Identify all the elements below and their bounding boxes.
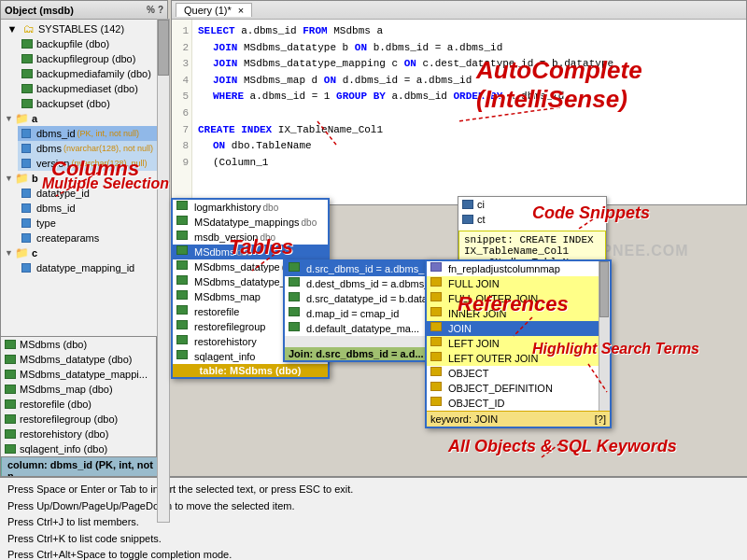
group-c[interactable]: ▼ 📁 c xyxy=(3,245,165,260)
snippet-ct-icon xyxy=(462,215,473,224)
backupmediaset-label: backupmediaset (dbo) xyxy=(36,83,138,94)
backupfilegroup-label: backupfilegroup (dbo) xyxy=(36,53,135,64)
ac-logmarkhistory[interactable]: logmarkhistory dbo xyxy=(173,200,328,215)
group-a-icon: 📁 xyxy=(15,112,30,125)
msdbms-datatype-item[interactable]: MSdbms_datatype (dbo) xyxy=(1,352,156,367)
dbms-col[interactable]: dbms (nvarchar(128), not null) xyxy=(18,141,165,156)
panel-controls: % ? xyxy=(147,5,163,15)
label-highlight-search: Highlight Search Terms xyxy=(532,341,699,357)
query-editor[interactable]: SELECT a.dbms_id FROM MSdbms a JOIN MSdb… xyxy=(192,20,746,204)
b-dbms-id-col[interactable]: dbms_id xyxy=(18,201,165,216)
ref-scroll-thumb[interactable] xyxy=(599,261,609,317)
ac-msdatatype[interactable]: MSdatatype_mappings dbo xyxy=(173,215,328,230)
datatype-mapping-label: datatype_mapping_id xyxy=(36,262,134,273)
status-line-4: Press Ctrl+K to list code snippets. xyxy=(7,531,740,548)
msdbms-datatype-mappi-item[interactable]: MSdbms_datatype_mappi... xyxy=(1,367,156,382)
msdbms-item[interactable]: MSdbms (dbo) xyxy=(1,337,156,352)
label-codesnippets: Code Snippets xyxy=(532,203,650,223)
ref-full-join[interactable]: FULL JOIN xyxy=(427,276,599,291)
status-line-1: Press Space or Enter or Tab to insert th… xyxy=(7,482,740,498)
group-c-label: c xyxy=(32,247,37,259)
ref-object-id[interactable]: OBJECT_ID xyxy=(427,396,599,411)
folder-icon: 🗂 xyxy=(21,22,36,35)
b-dbms-id-label: dbms_id xyxy=(36,203,76,214)
tables-footer: table: MSdbms (dbo) xyxy=(173,364,328,377)
line-numbers: 123456789 xyxy=(172,20,192,204)
collapse-icon: ▼ xyxy=(5,22,20,35)
dbms-id-col[interactable]: dbms_id (PK, int, not null) xyxy=(18,126,165,141)
group-a[interactable]: ▼ 📁 a xyxy=(3,111,165,126)
group-a-label: a xyxy=(32,113,37,124)
group-c-icon: 📁 xyxy=(15,246,30,259)
backupset-label: backupset (dbo) xyxy=(36,98,110,109)
close-tab-btn[interactable]: × xyxy=(238,5,244,16)
dbms-label: dbms xyxy=(36,143,62,154)
ref-footer: keyword: JOIN [?] xyxy=(427,411,610,427)
b-type-label: type xyxy=(36,217,56,229)
backupfile-item[interactable]: backupfile (dbo) xyxy=(18,36,165,51)
b-type-col[interactable]: type xyxy=(18,216,165,231)
left-scroll-thumb[interactable] xyxy=(158,20,169,76)
backupset-item[interactable]: backupset (dbo) xyxy=(18,96,165,111)
status-line-5: Press Ctrl+Alt+Space to toggle completio… xyxy=(7,547,740,560)
status-bar: Press Space or Enter or Tab to insert th… xyxy=(0,476,747,560)
ref-fn-repl[interactable]: fn_repladjustcolumnmap xyxy=(427,261,599,276)
query-tab[interactable]: Query (1)* × xyxy=(176,3,252,17)
percent-btn[interactable]: % xyxy=(147,5,155,15)
label-autocomplete: AutoComplete (IntelliSense) xyxy=(476,56,642,114)
createparams-label: createparams xyxy=(36,232,99,244)
question-btn[interactable]: ? xyxy=(158,5,163,15)
dbms-id-label: dbms_id xyxy=(36,128,76,139)
label-tables: Tables xyxy=(229,235,293,259)
systables-folder[interactable]: ▼ 🗂 SYSTABLES (142) xyxy=(3,21,165,36)
label-multiple-selection: Multiple Selection xyxy=(42,175,169,192)
restorehistory-item[interactable]: restorehistory (dbo) xyxy=(1,427,156,441)
status-line-3: Press Ctrl+J to list members. xyxy=(7,514,740,531)
label-allobjects: All Objects & SQL Keywords xyxy=(448,437,677,456)
status-line-2: Press Up/Down/PageUp/PageDown to move th… xyxy=(7,498,740,515)
query-titlebar: Query (1)* × xyxy=(172,1,746,20)
restorefilegroup-item[interactable]: restorefilegroup (dbo) xyxy=(1,412,156,427)
datatype-mapping-col[interactable]: datatype_mapping_id xyxy=(18,260,165,275)
backupmediafamily-item[interactable]: backupmediafamily (dbo) xyxy=(18,66,165,81)
query-panel: Query (1)* × 123456789 SELECT a.dbms_id … xyxy=(171,0,747,205)
systables-label: SYSTABLES (142) xyxy=(38,23,124,35)
label-references: References xyxy=(458,292,569,316)
object-explorer-titlebar: Object (msdb) % ? xyxy=(1,1,167,20)
ref-join-selected[interactable]: JOIN xyxy=(427,321,599,336)
backupmediaset-item[interactable]: backupmediaset (dbo) xyxy=(18,81,165,96)
msdbms-map-item[interactable]: MSdbms_map (dbo) xyxy=(1,382,156,397)
restorefile-item[interactable]: restorefile (dbo) xyxy=(1,397,156,412)
backupfilegroup-item[interactable]: backupfilegroup (dbo) xyxy=(18,51,165,66)
snippet-ci-icon xyxy=(462,200,473,209)
ref-scrollbar[interactable] xyxy=(599,261,610,411)
backupmediafamily-label: backupmediafamily (dbo) xyxy=(36,68,151,79)
createparams-col[interactable]: createparams xyxy=(18,231,165,245)
ref-object-def[interactable]: OBJECT_DEFINITION xyxy=(427,381,599,396)
group-b-label: b xyxy=(32,173,38,184)
left-scrollbar[interactable] xyxy=(157,19,170,523)
bottom-items-list: MSdbms (dbo) MSdbms_datatype (dbo) MSdbm… xyxy=(0,336,157,457)
object-explorer-title: Object (msdb) xyxy=(5,5,74,16)
group-b-icon: 📁 xyxy=(15,172,30,185)
backupfile-label: backupfile (dbo) xyxy=(36,38,109,49)
sqlagent-info-item[interactable]: sqlagent_info (dbo) xyxy=(1,441,156,456)
ref-object[interactable]: OBJECT xyxy=(427,366,599,381)
